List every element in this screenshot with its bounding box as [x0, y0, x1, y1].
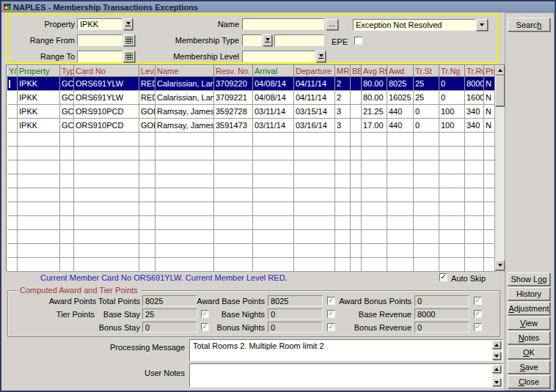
table-cell	[253, 188, 294, 202]
user-notes-scrollbar[interactable]	[492, 365, 502, 386]
user-notes-box[interactable]	[189, 363, 503, 388]
column-header-tr-st: Tr.St	[414, 66, 439, 77]
computed-points-legend: Computed Award and Tier Points	[17, 286, 141, 295]
table-cell	[139, 133, 156, 147]
scroll-down-button[interactable]	[495, 260, 505, 270]
ok-button[interactable]: OK	[508, 346, 550, 359]
table-cell	[414, 133, 439, 147]
property-input[interactable]: IPKK	[77, 18, 122, 30]
table-cell	[156, 216, 214, 230]
table-cell	[465, 216, 484, 230]
table-cell	[351, 202, 362, 216]
table-cell	[351, 174, 362, 188]
grid-scrollbar[interactable]	[495, 65, 505, 270]
epe-checkbox[interactable]	[354, 37, 362, 45]
column-header-property: Property	[18, 66, 60, 77]
scroll-down-button[interactable]	[492, 378, 501, 386]
processing-scrollbar[interactable]	[492, 341, 502, 360]
record-indicator	[9, 80, 10, 88]
scroll-up-button[interactable]	[495, 65, 505, 75]
table-cell	[60, 244, 74, 258]
processing-message-box[interactable]: Total Rooms 2. Multiple Room limit 2	[189, 339, 503, 361]
table-cell	[294, 160, 335, 174]
table-cell: 03/11/14	[253, 119, 294, 133]
show-log-button[interactable]: Show Log	[508, 273, 550, 286]
membership-type-lov-button[interactable]	[263, 34, 272, 46]
table-cell	[18, 202, 60, 216]
membership-type-code-input[interactable]	[242, 34, 262, 46]
column-header-name: Name	[156, 66, 214, 77]
window: NAPLES - Membership Transactions Excepti…	[0, 0, 556, 392]
table-cell	[214, 216, 253, 230]
save-button[interactable]: Save	[508, 360, 550, 374]
table-cell	[362, 202, 387, 216]
table-cell: 04/11/14	[294, 77, 335, 91]
range-to-calendar-button[interactable]	[123, 51, 135, 62]
membership-level-input[interactable]	[242, 51, 315, 62]
range-from-calendar-button[interactable]	[123, 34, 135, 46]
table-row[interactable]: IPKKGCORS691YLWREDCalarissian, Lando3709…	[7, 77, 495, 91]
membership-type-desc-input[interactable]	[274, 34, 324, 46]
table-cell: GOLD	[139, 105, 156, 119]
exception-filter-select[interactable]: Exception Not Resolved	[353, 19, 476, 31]
name-input[interactable]	[242, 18, 324, 30]
table-cell: 0	[414, 105, 439, 119]
table-cell	[362, 230, 387, 244]
award-base-points-label: Award Base Points	[171, 295, 265, 306]
table-cell	[139, 188, 156, 202]
table-cell	[465, 174, 484, 188]
table-cell: 3592728	[214, 105, 253, 119]
table-cell: ORS691YLW	[74, 77, 139, 91]
column-header-arrival: Arrival	[253, 66, 294, 77]
property-lov-button[interactable]	[123, 18, 133, 30]
table-row	[7, 174, 495, 188]
table-cell	[18, 147, 60, 160]
table-cell: Calarissian, Lando	[156, 77, 214, 91]
table-row[interactable]: IPKKGCORS910PCDGOLDRamsay, James35927280…	[7, 105, 495, 119]
table-cell	[387, 160, 414, 174]
scroll-down-button[interactable]	[492, 352, 501, 360]
base-nights-field: 0	[268, 308, 323, 319]
table-cell	[7, 230, 18, 244]
titlebar: NAPLES - Membership Transactions Excepti…	[1, 1, 555, 12]
scrollbar-thumb[interactable]	[495, 75, 505, 106]
table-row[interactable]: IPKKGCORS910PCDGOLDRamsay, James35914730…	[7, 119, 495, 133]
auto-skip-checkbox[interactable]	[439, 273, 447, 281]
history-button[interactable]: History	[508, 287, 550, 300]
table-cell	[214, 244, 253, 258]
table-cell	[439, 216, 465, 230]
table-cell	[60, 188, 74, 202]
membership-level-lov-button[interactable]	[316, 51, 326, 62]
scroll-up-button[interactable]	[492, 341, 501, 349]
table-cell: 3	[335, 105, 351, 119]
table-cell	[74, 188, 139, 202]
column-header-avg-rt: Avg Rt	[362, 66, 387, 77]
view-button[interactable]: View	[508, 317, 550, 330]
processing-message-text: Total Rooms 2. Multiple Room limit 2	[193, 341, 324, 350]
table-cell: ORS910PCD	[74, 105, 139, 119]
table-cell: 100	[439, 105, 465, 119]
adjustment-button[interactable]: Adjustment	[508, 302, 550, 315]
exception-filter-dropdown-button[interactable]	[476, 19, 488, 31]
bonus-revenue-checkbox	[474, 323, 482, 331]
table-cell	[214, 230, 253, 244]
table-cell: 25	[414, 91, 439, 105]
table-cell: GC	[60, 91, 74, 105]
name-browse-button[interactable]: ...	[326, 19, 338, 30]
range-from-label: Range From	[7, 34, 75, 45]
close-button[interactable]: Close	[508, 375, 550, 388]
column-header-pts-: Pts.	[484, 66, 495, 77]
table-cell: 03/16/14	[294, 119, 335, 133]
table-cell	[7, 160, 18, 174]
range-to-input[interactable]	[77, 51, 122, 62]
up-arrow-icon	[494, 368, 499, 371]
table-cell	[139, 147, 156, 160]
table-cell	[7, 119, 18, 133]
search-button[interactable]: Search	[508, 18, 550, 32]
table-cell	[351, 147, 362, 160]
table-row[interactable]: IPKKGCORS691YLWREDCalarissian, Lando3709…	[7, 91, 495, 105]
scroll-up-button[interactable]	[492, 365, 501, 373]
range-from-input[interactable]	[77, 34, 122, 46]
up-arrow-icon	[494, 344, 499, 347]
notes-button[interactable]: Notes	[508, 331, 550, 344]
